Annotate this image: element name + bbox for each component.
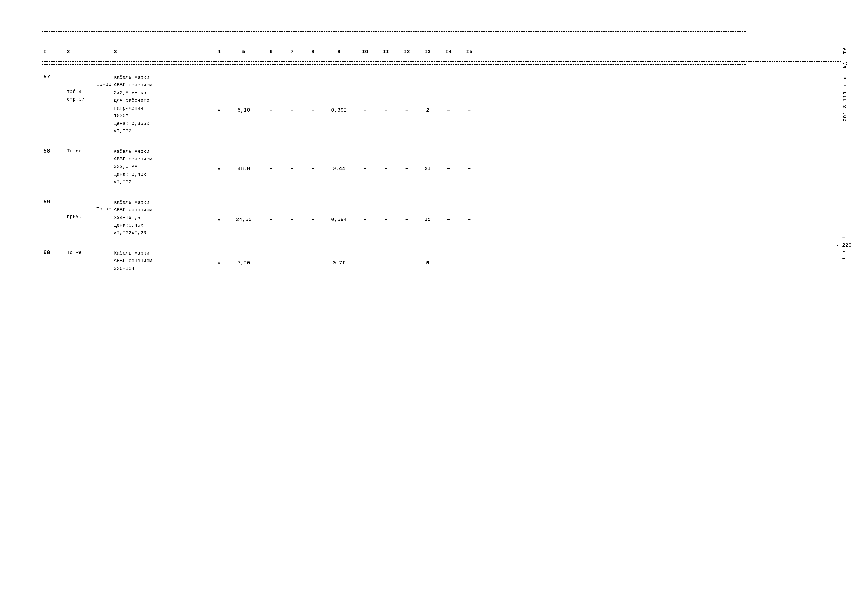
header-row: I 2 3 4 5 6 7 8 9 IO II I2 I3 I4 I5: [42, 40, 841, 61]
row-57-col11: –: [375, 73, 396, 115]
table-row: 60 То же Кабель марки АВВГ сечением 3х6+…: [42, 241, 841, 273]
row-59-num: 59: [42, 198, 65, 207]
table-row: 58 То же Кабель марки АВВГ сечением 3х2,…: [42, 139, 841, 187]
row-59-col10: –: [355, 198, 375, 224]
row-60-col7: –: [282, 248, 303, 268]
row-60-unit: м: [211, 248, 227, 268]
row-57-col7: –: [282, 73, 303, 115]
row-57-col10: –: [355, 73, 375, 115]
row-60-col9: 0,7I: [323, 248, 355, 268]
row-59-col5: 24,50: [227, 198, 261, 224]
header-col7: 7: [282, 47, 303, 57]
row-58-col14: –: [438, 147, 459, 173]
row-57-col15: –: [459, 73, 480, 115]
right-label-bottom: – - 220 - –: [836, 235, 851, 262]
row-60-col8: –: [303, 248, 323, 268]
header-col13: I3: [417, 47, 438, 57]
row-60-desc: Кабель марки АВВГ сечением 3х6+Iх4: [112, 248, 211, 273]
row-59-col7: –: [282, 198, 303, 224]
row-57-num: 57: [42, 73, 65, 82]
row-59-col13: I5: [417, 198, 438, 224]
row-58-desc: Кабель марки АВВГ сечением 3х2,5 мм Цена…: [112, 147, 211, 187]
table-row: 59 То же прим.I Кабель марки АВВГ сечени…: [42, 190, 841, 238]
row-58-col9: 0,44: [323, 147, 355, 173]
row-59-col9: 0,594: [323, 198, 355, 224]
row-58-col13: 2I: [417, 147, 438, 173]
header-col2: 2: [65, 47, 112, 57]
table-row: 57 I5-09 таб.4I стр.37 Кабель марки АВВГ…: [42, 68, 841, 137]
row-58-unit: м: [211, 147, 227, 173]
row-59-desc: Кабель марки АВВГ сечением 3х4+IхI,5 Цен…: [112, 198, 211, 238]
right-label-subtitle: ЭО1-8-119: [842, 91, 848, 121]
right-label-top: т.п. АД. ТУ: [842, 47, 848, 86]
row-57-col12: –: [396, 73, 417, 115]
row-60-col11: –: [375, 248, 396, 268]
header-col11: II: [375, 47, 396, 57]
header-col6: 6: [261, 47, 282, 57]
row-58-col8: –: [303, 147, 323, 173]
header-col15: I5: [459, 47, 480, 57]
page-container: I 2 3 4 5 6 7 8 9 IO II I2 I3 I4 I5 57 I: [0, 0, 862, 616]
row-60-col15: –: [459, 248, 480, 268]
row-57-sub: I5-09 таб.4I стр.37: [65, 73, 112, 112]
row-57: 57 I5-09 таб.4I стр.37 Кабель марки АВВГ…: [42, 73, 841, 137]
row-57-col6: –: [261, 73, 282, 115]
row-60-col14: –: [438, 248, 459, 268]
row-59-col11: –: [375, 198, 396, 224]
header-separator: [42, 64, 746, 65]
row-60-col10: –: [355, 248, 375, 268]
header-col9: 9: [323, 47, 355, 57]
header-col5: 5: [227, 47, 261, 57]
row-59-col8: –: [303, 198, 323, 224]
row-59-col14: –: [438, 198, 459, 224]
row-59-col15: –: [459, 198, 480, 224]
row-57-desc: Кабель марки АВВГ сечением 2х2,5 мм кв. …: [112, 73, 211, 137]
row-57-col9: 0,39I: [323, 73, 355, 115]
row-59-col6: –: [261, 198, 282, 224]
right-margin-labels: т.п. АД. ТУ ЭО1-8-119: [842, 47, 848, 121]
row-58-col15: –: [459, 147, 480, 173]
row-58-col7: –: [282, 147, 303, 173]
row-58-num: 58: [42, 147, 65, 157]
row-60-col5: 7,20: [227, 248, 261, 268]
header-col4: 4: [211, 47, 227, 57]
row-60-num: 60: [42, 248, 65, 258]
row-60-col6: –: [261, 248, 282, 268]
row-57-col14: –: [438, 73, 459, 115]
header-col12: I2: [396, 47, 417, 57]
row-58-col6: –: [261, 147, 282, 173]
top-dashed-line: [42, 31, 746, 32]
row-59-unit: м: [211, 198, 227, 224]
row-58-col10: –: [355, 147, 375, 173]
header-col14: I4: [438, 47, 459, 57]
row-59: 59 То же прим.I Кабель марки АВВГ сечени…: [42, 198, 841, 238]
row-60-col12: –: [396, 248, 417, 268]
row-57-unit: м: [211, 73, 227, 115]
row-60-sub: То же: [65, 248, 112, 258]
header-col8: 8: [303, 47, 323, 57]
row-60: 60 То же Кабель марки АВВГ сечением 3х6+…: [42, 248, 841, 273]
row-59-sub: То же прим.I: [65, 198, 112, 229]
row-57-col5: 5,IO: [227, 73, 261, 115]
row-58-col12: –: [396, 147, 417, 173]
row-58-sub: То же: [65, 147, 112, 156]
row-58-col5: 48,0: [227, 147, 261, 173]
header-col1: I: [42, 47, 65, 57]
row-57-col13: 2: [417, 73, 438, 115]
row-57-col8: –: [303, 73, 323, 115]
header-col10: IO: [355, 47, 375, 57]
row-58: 58 То же Кабель марки АВВГ сечением 3х2,…: [42, 147, 841, 187]
table-wrapper: I 2 3 4 5 6 7 8 9 IO II I2 I3 I4 I5 57 I: [42, 40, 841, 273]
row-60-col13: 5: [417, 248, 438, 268]
row-59-col12: –: [396, 198, 417, 224]
row-58-col11: –: [375, 147, 396, 173]
header-col3: 3: [112, 47, 211, 57]
